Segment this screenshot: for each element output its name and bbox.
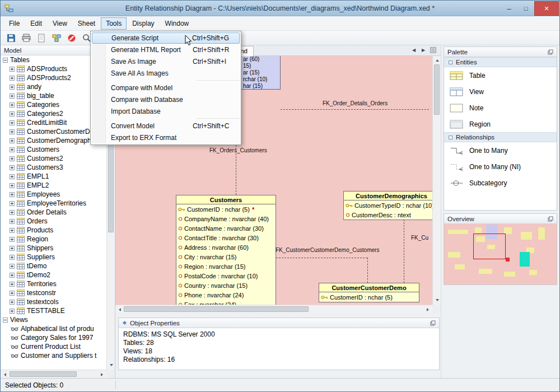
tree-item-table[interactable]: Shippers (1, 244, 106, 253)
model-tree-hscrollbar[interactable] (1, 370, 106, 378)
er-table-header[interactable]: CustomerCustomerDemo (319, 283, 419, 292)
menu-option[interactable]: Compare with Database (92, 94, 240, 105)
er-field[interactable]: Fax : nvarchar (24) (176, 300, 276, 305)
expand-icon[interactable] (10, 237, 15, 242)
expand-icon[interactable] (10, 219, 15, 224)
er-field[interactable]: ContactName : nvarchar (30) (176, 223, 276, 233)
er-table[interactable]: CustomerDemographics CustomerTypeID : nc… (343, 191, 432, 220)
tree-item-table[interactable]: Suppliers (1, 253, 106, 262)
er-field[interactable]: ContactTitle : nvarchar (30) (176, 233, 276, 242)
menu-option[interactable]: Export to ERX Format (92, 132, 240, 143)
tree-item-table[interactable]: EMPL1 (1, 172, 106, 181)
er-field[interactable]: CustomerID : nchar (5)* (176, 204, 276, 214)
tree-item-table[interactable]: Customers2 (1, 154, 106, 163)
menu-option[interactable]: Compare with Model (92, 82, 240, 94)
fk-label[interactable]: FK_Order_Details_Orders (323, 100, 388, 106)
save-button[interactable] (6, 32, 17, 44)
menu-option[interactable]: Import Database (92, 105, 240, 117)
canvas-vscrollbar[interactable] (432, 56, 441, 305)
scroll-down-icon[interactable] (107, 361, 115, 370)
menu-option[interactable]: Save As Image Ctrl+Shift+I (92, 55, 240, 67)
tree-item-table[interactable]: Products (1, 226, 106, 235)
print-button[interactable] (21, 32, 32, 44)
tree-item-table[interactable]: Customers (1, 145, 106, 154)
scroll-thumb[interactable] (10, 371, 77, 377)
palette-item[interactable]: Region (444, 116, 557, 132)
expand-icon[interactable] (10, 201, 15, 206)
collapse-icon[interactable] (3, 58, 8, 63)
menu-item[interactable]: File (4, 17, 25, 30)
menu-option[interactable]: Generate HTML Report Ctrl+Shift+R (92, 44, 240, 55)
expand-icon[interactable] (10, 282, 15, 287)
tree-item-table[interactable]: Region (1, 235, 106, 244)
tree-item-table[interactable]: tDemo2 (1, 270, 106, 279)
tree-item-table[interactable]: Order Details (1, 208, 106, 217)
menu-item[interactable]: View (48, 17, 72, 30)
menu-item[interactable]: Window (160, 17, 194, 30)
tab-scroll-left-icon[interactable]: ◀ (410, 48, 417, 53)
expand-icon[interactable] (10, 67, 15, 72)
palette-item[interactable]: Note (444, 100, 557, 116)
tree-item-view[interactable]: Customer and Suppliers t (1, 351, 106, 360)
forbid-button[interactable] (66, 32, 77, 44)
tree-item-view[interactable]: Category Sales for 1997 (1, 333, 106, 342)
titlebar[interactable]: Entity Relationship Diagram - C:\Users\n… (1, 1, 559, 16)
canvas-hscrollbar[interactable] (115, 305, 432, 313)
tree-item-table[interactable]: testconstr (1, 288, 106, 297)
palette-section-entities[interactable]: Entities (444, 57, 557, 67)
er-field[interactable]: City : nvarchar (15) (176, 252, 276, 262)
tree-item-table[interactable]: Territories (1, 279, 106, 288)
tree-item-table[interactable]: EmployeeTerritories (1, 199, 106, 208)
palette-item[interactable]: Table (444, 67, 557, 83)
expand-icon[interactable] (10, 273, 15, 278)
expand-icon[interactable] (10, 156, 15, 161)
minimize-button[interactable]: – (501, 1, 517, 16)
scroll-right-icon[interactable] (98, 370, 106, 379)
er-table-header[interactable]: Customers (176, 195, 276, 204)
menu-option[interactable]: Generate Script Ctrl+Shift+G (92, 32, 240, 44)
expand-icon[interactable] (10, 183, 15, 188)
expand-icon[interactable] (10, 85, 15, 90)
fk-label[interactable]: FK_Cu (411, 235, 428, 241)
tree-item-table[interactable]: TESTTABLE (1, 306, 106, 315)
tree-item-table[interactable]: EMPL2 (1, 181, 106, 190)
expand-icon[interactable] (10, 129, 15, 134)
menu-item[interactable]: Edit (25, 17, 47, 30)
menu-item[interactable]: Display (127, 17, 159, 30)
palette-item[interactable]: Subcategory (444, 175, 557, 191)
er-field[interactable]: Country : nvarchar (15) (176, 281, 276, 290)
expand-icon[interactable] (10, 210, 15, 215)
menu-option[interactable]: Convert Model Ctrl+Shift+C (92, 120, 240, 132)
tree-item-view[interactable]: Alphabetical list of produ (1, 324, 106, 333)
tree-item-table[interactable]: Orders (1, 217, 106, 226)
scroll-down-icon[interactable] (433, 296, 441, 305)
expand-icon[interactable] (10, 111, 15, 116)
expand-icon[interactable] (10, 165, 15, 170)
maximize-button[interactable]: □ (517, 1, 534, 16)
expand-icon[interactable] (10, 255, 15, 260)
er-table[interactable]: Customers CustomerID : nchar (5)*Company… (176, 195, 276, 305)
expand-icon[interactable] (10, 94, 15, 99)
expand-icon[interactable] (10, 102, 15, 108)
fk-label[interactable]: FK_Orders_Customers (209, 147, 267, 153)
tree-node-views[interactable]: Views (1, 315, 106, 324)
expand-icon[interactable] (10, 147, 15, 152)
palette-item[interactable]: View (444, 83, 557, 100)
new-page-button[interactable] (36, 32, 47, 44)
expand-icon[interactable] (10, 76, 15, 81)
expand-icon[interactable] (10, 138, 15, 143)
scroll-thumb[interactable] (124, 306, 309, 312)
expand-icon[interactable] (10, 228, 15, 233)
menu-item[interactable]: Tools (101, 17, 127, 30)
fk-label[interactable]: FK_CustomerCustomerDemo_Customers (276, 247, 380, 253)
close-button[interactable]: × (534, 1, 559, 16)
scroll-up-icon[interactable] (433, 56, 441, 64)
expand-icon[interactable] (10, 246, 15, 251)
er-field[interactable]: PostalCode : nvarchar (10) (176, 271, 276, 281)
diagram-button[interactable] (51, 32, 62, 44)
er-field[interactable]: CompanyName : nvarchar (40) (176, 214, 276, 223)
tab-scroll-right-icon[interactable]: ▶ (420, 48, 427, 53)
float-panel-button[interactable] (430, 320, 436, 326)
collapse-icon[interactable] (3, 318, 8, 323)
float-panel-button[interactable] (548, 216, 553, 222)
